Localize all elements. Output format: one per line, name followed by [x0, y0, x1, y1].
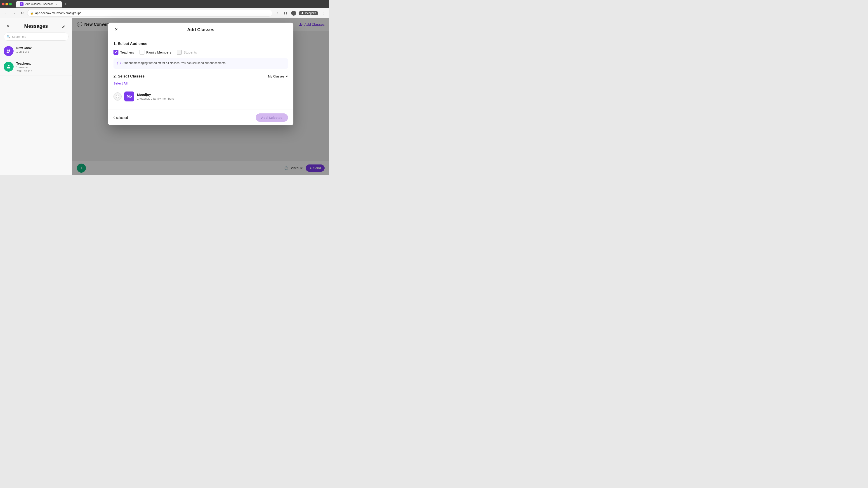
search-placeholder: Search me [12, 35, 26, 38]
conversation-name: New Conv [16, 46, 68, 50]
conversation-content: New Conv 1-on-1 or gr [16, 46, 68, 54]
svg-rect-0 [284, 12, 285, 13]
active-tab[interactable]: S Add Classes - Seesaw ✕ [16, 1, 62, 7]
star-btn[interactable]: ☆ [274, 10, 281, 16]
select-all-btn[interactable]: Select All [114, 82, 128, 85]
students-checkbox [177, 50, 182, 55]
sidebar-header: ✕ Messages [0, 18, 72, 33]
add-selected-btn[interactable]: Add Selected [256, 113, 288, 122]
teachers-option[interactable]: Teachers [114, 50, 134, 55]
sidebar-close-btn[interactable]: ✕ [4, 23, 12, 30]
students-label: Students [184, 51, 197, 54]
main-content: 💬 New Conversation Add Classes + 🕐 Sc [72, 18, 329, 175]
modal-footer: 0 selected Add Selected [108, 109, 293, 125]
search-bar[interactable]: 🔍 Search me [4, 33, 68, 41]
section1-heading: 1. Select Audience [114, 41, 288, 46]
compose-btn[interactable] [60, 23, 68, 30]
profile-btn[interactable] [290, 10, 297, 16]
family-members-checkbox[interactable] [140, 50, 145, 55]
students-option: Students [177, 50, 197, 55]
svg-point-6 [8, 50, 10, 51]
teachers-checkbox[interactable] [114, 50, 119, 55]
menu-btn[interactable]: ⋮ [320, 10, 327, 16]
tab-prev-btn[interactable]: ‹ [14, 2, 16, 6]
lock-icon: 🔒 [30, 11, 33, 15]
svg-point-7 [8, 65, 9, 66]
conversation-name-2: Teachers, [16, 62, 68, 65]
svg-rect-2 [284, 13, 285, 14]
refresh-btn[interactable]: ↻ [19, 10, 25, 16]
info-text: Student messaging turned off for all cla… [123, 61, 226, 65]
conversation-avatar-2 [4, 62, 13, 72]
section2-heading: 2. Select Classes [114, 74, 145, 78]
chevron-down-icon: ∨ [286, 74, 288, 78]
audience-options: Teachers Family Members Students [114, 50, 288, 55]
select-classes-header: 2. Select Classes My Classes ∨ [114, 74, 288, 78]
extensions-btn[interactable] [282, 10, 289, 16]
class-info: Moodjoy 1 teacher, 0 family members [137, 93, 288, 100]
window-minimize-btn[interactable] [5, 3, 8, 5]
modal-close-btn[interactable]: ✕ [113, 26, 120, 33]
my-classes-label: My Classes [268, 74, 284, 78]
tab-favicon: S [20, 2, 24, 6]
class-item-moodjoy[interactable]: Mo Moodjoy 1 teacher, 0 family members [114, 89, 288, 104]
sidebar-title: Messages [24, 23, 48, 29]
teachers-label: Teachers [120, 51, 134, 54]
toolbar-actions: ☆ Incognito ⋮ [274, 10, 327, 16]
svg-point-5 [7, 50, 8, 51]
new-tab-btn[interactable]: + [63, 2, 69, 6]
conversation-preview-2: You: This is s [16, 69, 68, 72]
incognito-badge: Incognito [299, 11, 318, 15]
forward-btn[interactable]: → [11, 10, 17, 16]
modal-header: ✕ Add Classes [108, 23, 293, 36]
family-members-label: Family Members [146, 51, 171, 54]
browser-toolbar: ← → ↻ 🔒 app.seesaw.me/c/conv.draft/group… [0, 8, 329, 18]
add-classes-modal: ✕ Add Classes 1. Select Audience Teacher… [108, 23, 293, 125]
svg-rect-1 [286, 12, 287, 13]
info-message: ⓘ Student messaging turned off for all c… [114, 58, 288, 69]
class-select-circle[interactable] [114, 92, 122, 101]
modal-body: 1. Select Audience Teachers Family Membe… [108, 36, 293, 109]
class-members: 1 teacher, 0 family members [137, 97, 288, 100]
modal-title: Add Classes [187, 27, 214, 32]
conversation-subtitle-2: 1 member [16, 66, 68, 69]
class-avatar: Mo [124, 92, 134, 101]
conversation-item-2[interactable]: Teachers, 1 member You: This is s [0, 59, 72, 75]
app-container: ✕ Messages 🔍 Search me Ne [0, 18, 329, 175]
selected-count: 0 selected [114, 116, 128, 120]
svg-rect-3 [286, 13, 287, 14]
conversation-avatar [4, 46, 13, 56]
class-name: Moodjoy [137, 93, 288, 96]
conversation-item[interactable]: New Conv 1-on-1 or gr [0, 43, 72, 59]
modal-overlay: ✕ Add Classes 1. Select Audience Teacher… [72, 18, 329, 175]
info-icon: ⓘ [117, 61, 121, 66]
my-classes-dropdown[interactable]: My Classes ∨ [268, 74, 288, 78]
conversation-subtitle: 1-on-1 or gr [16, 50, 68, 53]
window-close-btn[interactable] [2, 3, 4, 5]
back-btn[interactable]: ← [3, 10, 9, 16]
tab-title: Add Classes - Seesaw [25, 2, 53, 6]
url-text: app.seesaw.me/c/conv.draft/groups [35, 11, 81, 15]
browser-tab-bar: ‹ S Add Classes - Seesaw ✕ + [0, 0, 329, 8]
search-icon: 🔍 [6, 35, 10, 38]
family-members-option[interactable]: Family Members [140, 50, 171, 55]
conversation-content-2: Teachers, 1 member You: This is s [16, 62, 68, 72]
window-maximize-btn[interactable] [9, 3, 12, 5]
sidebar: ✕ Messages 🔍 Search me Ne [0, 18, 72, 175]
svg-point-9 [116, 95, 119, 98]
address-bar[interactable]: 🔒 app.seesaw.me/c/conv.draft/groups [27, 10, 272, 17]
tab-close-btn[interactable]: ✕ [55, 2, 58, 6]
